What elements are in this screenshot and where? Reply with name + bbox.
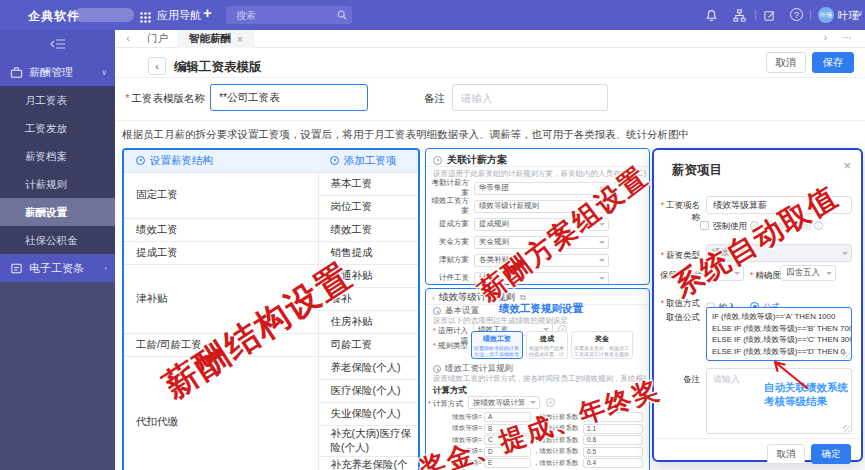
precision-select[interactable]: 四舍五入 — [780, 265, 836, 281]
search-input[interactable] — [234, 6, 330, 24]
resize-handle-icon[interactable] — [843, 352, 850, 359]
salary-item-cell[interactable]: 医疗保险(个人) — [318, 379, 418, 402]
scheme-select[interactable]: 计件量 — [474, 272, 609, 285]
external-link-icon[interactable]: ⧉ — [520, 293, 526, 303]
scheme-select[interactable]: 各类补贴 — [474, 254, 609, 267]
chevron-down-icon — [530, 401, 536, 407]
sidebar-item[interactable]: 工资发放 — [0, 114, 115, 142]
rule-type-card[interactable]: 绩效工资设置绩效考核的计算方法，员工按绩效考核结果算工资 — [471, 331, 523, 359]
scheme-select[interactable]: 绩效等级计薪规则 — [474, 200, 609, 213]
sidebar-submenu: 月工资表工资发放薪资档案计薪规则薪酬设置社保公积金 — [0, 86, 115, 254]
org-chart-icon[interactable] — [733, 8, 746, 26]
coef-input[interactable]: 1.1 — [583, 424, 643, 434]
sidebar-item[interactable]: 薪资档案 — [0, 142, 115, 170]
circle-plus-icon[interactable]: + — [546, 398, 555, 407]
rule-type-card[interactable]: 奖金设置奖金形式，根据员工工资或其它计算奖金规则 — [571, 331, 633, 359]
more-icon[interactable]: ⋯ — [842, 32, 853, 43]
formula-textarea[interactable]: IF (绩效.绩效等级)=='A' THEN 1000ELSE IF (绩效.绩… — [706, 307, 852, 361]
user-name[interactable]: 叶瑾 — [838, 9, 859, 23]
grade-input[interactable]: D — [484, 447, 531, 457]
salary-item-cell[interactable]: 岗位工资 — [318, 195, 418, 218]
salary-item-cell[interactable]: 住房补贴 — [318, 310, 418, 333]
grade-input[interactable]: C — [484, 435, 531, 445]
add-tab-icon[interactable]: + — [203, 4, 212, 21]
chevron-down-icon — [734, 272, 740, 278]
help-icon[interactable]: ? — [790, 8, 803, 21]
rule-type-card[interactable]: 提成根据不同产品类的提成设置，计算员工的提成合计 — [526, 331, 568, 359]
dialog-remark-textarea[interactable] — [707, 369, 851, 433]
coef-input[interactable]: 0.5 — [583, 447, 643, 457]
dialog-remark-field[interactable] — [706, 368, 852, 434]
app-grid-icon[interactable] — [140, 9, 151, 27]
dialog-ok-button[interactable]: 确定 — [811, 444, 851, 464]
formula-label: 取值公式 — [654, 312, 700, 324]
rule-type-cards: 绩效工资设置绩效考核的计算方法，员工按绩效考核结果算工资提成根据不同产品类的提成… — [471, 331, 633, 359]
salary-item-cell[interactable]: 基本工资 — [318, 172, 418, 195]
template-name-input[interactable] — [210, 84, 368, 111]
coef-input[interactable]: 0.8 — [583, 435, 643, 445]
decimal-label: 保留小数位 — [660, 270, 703, 282]
sidebar-group-epayslip[interactable]: 电子工资条 › — [0, 254, 115, 282]
briefcase-icon — [10, 66, 23, 79]
tab-智能薪酬[interactable]: 智能薪酬× — [179, 30, 254, 48]
calc-method-select[interactable]: 按绩效等级计算 — [468, 396, 540, 409]
tab-scroll-left-icon[interactable]: ‹ — [121, 32, 135, 44]
sidebar-group-salary-mgmt[interactable]: 薪酬管理 ∨ — [0, 58, 115, 86]
sidebar-collapse-button[interactable] — [0, 30, 115, 58]
grade-row: 绩效等级=C，绩效计薪系数0.8 — [428, 435, 647, 445]
resize-handle-icon[interactable] — [843, 425, 850, 432]
coef-input[interactable]: 0.4 — [583, 458, 643, 468]
sidebar-item[interactable]: 计薪规则 — [0, 170, 115, 198]
salary-item-cell[interactable]: 养老保险(个人) — [318, 356, 418, 379]
avatar[interactable]: 叶瑾 — [818, 7, 834, 23]
dialog-cancel-button[interactable]: 取消 — [767, 444, 805, 464]
bell-icon[interactable] — [705, 8, 718, 26]
scheme-select[interactable]: 华帝集团 — [474, 182, 609, 195]
app-nav-label[interactable]: 应用导航 — [157, 8, 201, 23]
save-button[interactable]: 保存 — [812, 52, 854, 73]
tab-门户[interactable]: 门户 — [137, 30, 179, 48]
back-button[interactable]: ‹ — [148, 57, 166, 75]
item-name-input[interactable] — [706, 196, 852, 214]
salary-item-cell[interactable]: 餐补 — [318, 287, 418, 310]
salary-item-cell[interactable]: 交通补贴 — [318, 264, 418, 287]
sidebar-group-label: 薪酬管理 — [29, 65, 73, 80]
default-enable-label: 默认启用 — [777, 221, 811, 233]
rule-card-desc: 设置绩效考核的计算方法，员工按绩效考核结果算工资 — [474, 345, 520, 359]
salary-item-cell[interactable]: 补充养老保险(个人) — [318, 456, 418, 470]
info-icon[interactable]: i — [814, 221, 823, 230]
coef-label: ，绩效计薪系数 — [533, 436, 581, 445]
chevron-down-icon[interactable]: ∨ — [857, 9, 863, 18]
close-icon[interactable]: × — [843, 158, 851, 173]
sidebar-item[interactable]: 薪酬设置 — [0, 198, 115, 226]
remark-input[interactable] — [452, 84, 608, 111]
salary-item-cell[interactable]: 失业保险(个人) — [318, 402, 418, 425]
cancel-button[interactable]: 取消 — [766, 52, 806, 73]
grade-input[interactable]: A — [484, 412, 531, 422]
salary-item-cell[interactable]: 补充(大病)医疗保险(个人) — [318, 425, 418, 456]
decimal-select[interactable]: 2 — [704, 265, 744, 281]
info-icon[interactable]: i — [750, 221, 759, 230]
value-method-label: 取值方式 — [654, 298, 700, 310]
salary-group-cell: 工龄/司龄工资 — [124, 333, 318, 356]
salary-item-cell[interactable]: 绩效工资 — [318, 218, 418, 241]
tab-scroll-right-icon[interactable]: › — [824, 32, 827, 43]
sidebar-item[interactable]: 社保公积金 — [0, 226, 115, 254]
grade-input[interactable]: B — [484, 424, 531, 434]
grade-input[interactable]: E — [484, 458, 531, 468]
close-icon[interactable]: × — [237, 34, 243, 45]
global-search[interactable] — [226, 6, 352, 24]
salary-item-cell[interactable]: 销售提成 — [318, 241, 418, 264]
salary-type-select[interactable]: 绩效工资 — [706, 244, 852, 262]
edit-icon[interactable] — [763, 8, 776, 26]
scheme-select[interactable]: 提成规则 — [474, 218, 609, 231]
sidebar-item[interactable]: 月工资表 — [0, 86, 115, 114]
force-use-checkbox[interactable] — [700, 221, 709, 230]
coef-input[interactable]: 1.4 — [583, 412, 643, 422]
default-enable-checkbox[interactable] — [764, 221, 773, 230]
salary-item-cell[interactable]: 司龄工资 — [318, 333, 418, 356]
back-icon[interactable]: ‹ — [432, 293, 435, 303]
scheme-row: 计件工资计件量 — [426, 269, 649, 285]
rule-card-title: 绩效工资 — [474, 334, 520, 344]
scheme-select[interactable]: 奖金规则 — [474, 236, 609, 249]
